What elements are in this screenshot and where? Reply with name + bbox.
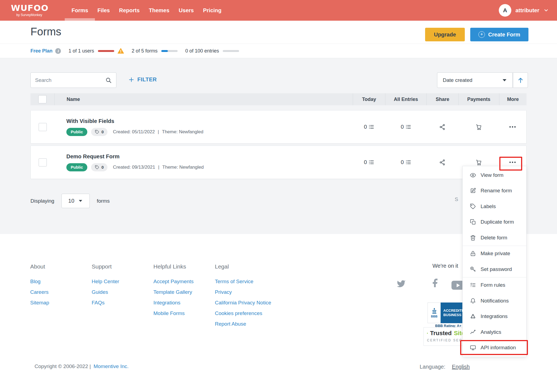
- page-size-dropdown[interactable]: 10: [61, 194, 90, 208]
- user-menu[interactable]: A attributer: [499, 4, 549, 17]
- filter-button[interactable]: FILTER: [128, 76, 157, 83]
- column-header-share[interactable]: Share: [426, 93, 458, 105]
- trustedsite-badge[interactable]: TrustedSite CERTIFIED SECUR: [423, 327, 468, 346]
- nav-item-users[interactable]: Users: [174, 0, 199, 21]
- search-icon: [105, 77, 112, 84]
- payments-cart-icon[interactable]: [475, 124, 482, 130]
- menu-item-duplicate-form[interactable]: Duplicate form: [463, 214, 526, 230]
- footer-link-cookies[interactable]: Cookies preferences: [215, 310, 271, 316]
- footer-link-terms[interactable]: Terms of Service: [215, 279, 271, 285]
- menu-item-set-password[interactable]: Set password: [463, 261, 526, 277]
- column-header-all-entries[interactable]: All Entries: [385, 93, 426, 105]
- filter-label: FILTER: [137, 76, 157, 83]
- pagination-controls: Displaying 10 forms: [30, 194, 110, 208]
- menu-item-form-rules[interactable]: Form rules: [463, 277, 526, 293]
- more-actions-button[interactable]: [507, 124, 518, 130]
- form-name-link[interactable]: Demo Request Form: [66, 153, 353, 160]
- more-actions-button[interactable]: [507, 159, 518, 166]
- menu-item-labels[interactable]: Labels: [463, 199, 526, 214]
- footer-link-guides[interactable]: Guides: [92, 289, 119, 295]
- wufoo-logo[interactable]: WUFOO by SurveyMonkey: [11, 4, 57, 17]
- menu-item-notifications[interactable]: Notifications: [463, 293, 526, 309]
- all-entries-link[interactable]: 0: [385, 159, 426, 165]
- users-usage-label: 1 of 1 users: [69, 48, 94, 54]
- column-header-payments[interactable]: Payments: [458, 93, 499, 105]
- share-icon[interactable]: [439, 124, 446, 130]
- sort-direction-button[interactable]: [513, 72, 528, 88]
- twitter-icon[interactable]: [396, 279, 407, 288]
- labels-count-chip[interactable]: 0: [91, 128, 107, 136]
- menu-item-view-form[interactable]: View form: [463, 167, 526, 183]
- menu-item-rename-form[interactable]: Rename form: [463, 183, 526, 199]
- nav-item-files[interactable]: Files: [93, 0, 115, 21]
- footer-heading: About: [30, 263, 49, 270]
- footer-link-report-abuse[interactable]: Report Abuse: [215, 321, 271, 327]
- row-checkbox[interactable]: [39, 123, 47, 131]
- row-checkbox[interactable]: [39, 158, 47, 166]
- menu-item-make-private[interactable]: Make private: [463, 246, 526, 262]
- menu-item-analytics[interactable]: Analytics: [463, 324, 526, 340]
- footer-link-template-gallery[interactable]: Template Gallery: [153, 289, 194, 295]
- tag-icon: [470, 203, 476, 209]
- upgrade-button[interactable]: Upgrade: [425, 28, 465, 41]
- search-box: [30, 72, 116, 88]
- footer-link-privacy[interactable]: Privacy: [215, 289, 271, 295]
- column-header-more[interactable]: More: [499, 93, 527, 105]
- info-icon[interactable]: i: [55, 48, 61, 54]
- plan-name-link[interactable]: Free Plan: [30, 48, 52, 54]
- menu-item-integrations[interactable]: Integrations: [463, 309, 526, 325]
- select-all-checkbox[interactable]: [38, 95, 47, 103]
- wufoo-logo-subtext: by SurveyMonkey: [16, 13, 57, 17]
- chevron-down-icon: [543, 8, 549, 13]
- footer-link-accept-payments[interactable]: Accept Payments: [153, 279, 194, 285]
- plan-usage-bar: Free Plan i 1 of 1 users 2 of 5 forms 0 …: [0, 44, 557, 58]
- monitor-icon: [470, 345, 476, 351]
- users-usage: 1 of 1 users: [69, 48, 124, 54]
- footer-link-help-center[interactable]: Help Center: [92, 279, 119, 285]
- footer-link-california-privacy[interactable]: California Privacy Notice: [215, 300, 271, 306]
- entries-usage-meter: [223, 50, 239, 52]
- today-entries-link[interactable]: 0: [353, 124, 385, 130]
- nav-item-themes[interactable]: Themes: [144, 0, 174, 21]
- footer-link-careers[interactable]: Careers: [30, 289, 49, 295]
- footer-link-mobile-forms[interactable]: Mobile Forms: [153, 310, 194, 316]
- arrow-up-icon: [517, 77, 524, 84]
- table-row-demo-request-form: Demo Request Form Public 0 Created: 09/1…: [30, 146, 527, 179]
- user-name: attributer: [515, 7, 539, 14]
- footer-link-faqs[interactable]: FAQs: [92, 300, 119, 306]
- footer-link-integrations[interactable]: Integrations: [153, 300, 194, 306]
- entries-usage: 0 of 100 entries: [185, 48, 239, 54]
- all-entries-link[interactable]: 0: [385, 124, 426, 130]
- bbb-torch-icon: BBB: [428, 303, 441, 323]
- nav-item-forms[interactable]: Forms: [67, 0, 93, 21]
- search-input[interactable]: [35, 77, 105, 83]
- nav-item-pricing[interactable]: Pricing: [198, 0, 226, 21]
- checklist-icon: [470, 282, 476, 288]
- forms-usage: 2 of 5 forms: [132, 48, 178, 54]
- column-header-name[interactable]: Name: [54, 93, 353, 105]
- form-name-link[interactable]: With Visible Fields: [66, 118, 353, 124]
- language-value-link[interactable]: English: [452, 364, 470, 370]
- facebook-icon[interactable]: [430, 277, 440, 288]
- payments-cart-icon[interactable]: [475, 159, 482, 166]
- footer-link-sitemap[interactable]: Sitemap: [30, 300, 49, 306]
- create-form-button[interactable]: + Create Form: [470, 28, 528, 41]
- footer-link-blog[interactable]: Blog: [30, 279, 49, 285]
- footer-column-about: About Blog Careers Sitemap: [30, 263, 49, 310]
- sort-by-dropdown[interactable]: Date created: [437, 72, 513, 88]
- menu-item-delete-form[interactable]: Delete form: [463, 230, 526, 246]
- form-meta: Created: 09/13/2021 | Theme: Newfangled: [113, 165, 204, 170]
- forms-unit-label: forms: [97, 198, 110, 204]
- company-link[interactable]: Momentive Inc.: [94, 363, 129, 369]
- column-header-today[interactable]: Today: [353, 93, 385, 105]
- labels-count-chip[interactable]: 0: [91, 163, 107, 171]
- share-icon[interactable]: [439, 159, 446, 166]
- created-date: Created: 05/11/2022: [113, 129, 155, 135]
- footer-heading: Helpful Links: [153, 263, 194, 270]
- footer-column-support: Support Help Center Guides FAQs: [92, 263, 119, 310]
- menu-item-api-information[interactable]: API information: [463, 340, 526, 356]
- created-date: Created: 09/13/2021: [113, 165, 155, 170]
- nav-item-reports[interactable]: Reports: [115, 0, 144, 21]
- today-entries-link[interactable]: 0: [353, 159, 385, 165]
- wufoo-logo-text: WUFOO: [11, 4, 57, 12]
